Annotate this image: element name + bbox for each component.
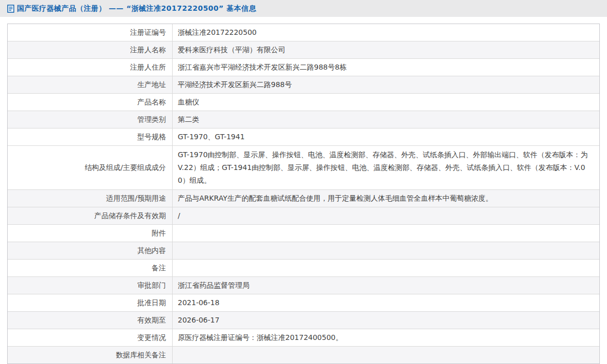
row-value: 浙械注准20172220500 [173, 24, 599, 41]
row-value: GT-1970、GT-1941 [173, 129, 599, 145]
row-value: 产品与ARKRAY生产的配套血糖试纸配合使用，用于定量检测人体毛细血管全血样本中… [173, 190, 599, 207]
table-row: 结构及组成/主要组成成分GT-1970由控制部、显示屏、操作按钮、电池、温度检测… [8, 146, 599, 190]
table-row: 适用范围/预期用途产品与ARKRAY生产的配套血糖试纸配合使用，用于定量检测人体… [8, 190, 599, 207]
table-row: 其他内容 [8, 242, 599, 260]
row-label: 其他内容 [8, 242, 173, 259]
row-value [173, 260, 599, 276]
row-value: 2021-06-18 [173, 294, 599, 311]
row-value: 血糖仪 [173, 94, 599, 111]
row-value [173, 347, 599, 363]
row-label: 结构及组成/主要组成成分 [8, 146, 173, 189]
row-value: 浙江省嘉兴市平湖经济技术开发区新兴二路988号8栋 [173, 59, 599, 76]
row-label: 注册人名称 [8, 41, 173, 58]
row-label: 变更情况 [8, 329, 173, 346]
row-label: 产品名称 [8, 94, 173, 111]
row-label: 型号规格 [8, 129, 173, 145]
table-row: 产品储存条件及有效期/ [8, 207, 599, 225]
row-label: 注册人住所 [8, 59, 173, 76]
row-label: 备注 [8, 260, 173, 276]
row-value: GT-1970由控制部、显示屏、操作按钮、电池、温度检测部、存储器、外壳、试纸条… [173, 146, 599, 189]
row-value: 平湖经济技术开发区新兴二路988号 [173, 76, 599, 93]
table-row: 产品名称血糖仪 [8, 94, 599, 111]
page-header: 国产医疗器械产品（注册） —— “浙械注准20172220500” 基本信息 [0, 0, 607, 17]
row-value [173, 225, 599, 242]
table-row: 型号规格GT-1970、GT-1941 [8, 129, 599, 146]
row-value: 第二类 [173, 111, 599, 128]
table-row: 批准日期2021-06-18 [8, 294, 599, 312]
row-label: 附件 [8, 225, 173, 242]
table-row: 管理类别第二类 [8, 111, 599, 129]
table-row: 备注 [8, 260, 599, 277]
row-value: 爱科来医疗科技（平湖）有限公司 [173, 41, 599, 58]
row-label: 注册证编号 [8, 24, 173, 41]
row-label: 批准日期 [8, 294, 173, 311]
table-row: 附件 [8, 225, 599, 242]
row-label: 管理类别 [8, 111, 173, 128]
table-row: 注册人住所浙江省嘉兴市平湖经济技术开发区新兴二路988号8栋 [8, 59, 599, 76]
table-row: 有效期至2026-06-17 [8, 312, 599, 329]
document-icon [7, 5, 14, 13]
row-value: 浙江省药品监督管理局 [173, 277, 599, 294]
table-row: 注册人名称爱科来医疗科技（平湖）有限公司 [8, 41, 599, 59]
table-row: 生产地址平湖经济技术开发区新兴二路988号 [8, 76, 599, 94]
row-label: 有效期至 [8, 312, 173, 329]
row-label: 产品储存条件及有效期 [8, 207, 173, 224]
row-label: 生产地址 [8, 76, 173, 93]
row-label: 适用范围/预期用途 [8, 190, 173, 207]
row-value: 原医疗器械注册证编号：浙械注准20172400500。 [173, 329, 599, 346]
table-row: 变更情况原医疗器械注册证编号：浙械注准20172400500。 [8, 329, 599, 347]
row-value: 2026-06-17 [173, 312, 599, 329]
info-table: 注册证编号浙械注准20172220500注册人名称爱科来医疗科技（平湖）有限公司… [7, 24, 600, 364]
table-row: 注册证编号浙械注准20172220500 [8, 24, 599, 41]
row-value [173, 242, 599, 259]
table-row: 数据库相关备注 [8, 347, 599, 363]
page-title: 国产医疗器械产品（注册） —— “浙械注准20172220500” 基本信息 [17, 4, 256, 13]
row-value: / [173, 207, 599, 224]
row-label: 数据库相关备注 [8, 347, 173, 363]
table-row: 审批部门浙江省药品监督管理局 [8, 277, 599, 294]
row-label: 审批部门 [8, 277, 173, 294]
